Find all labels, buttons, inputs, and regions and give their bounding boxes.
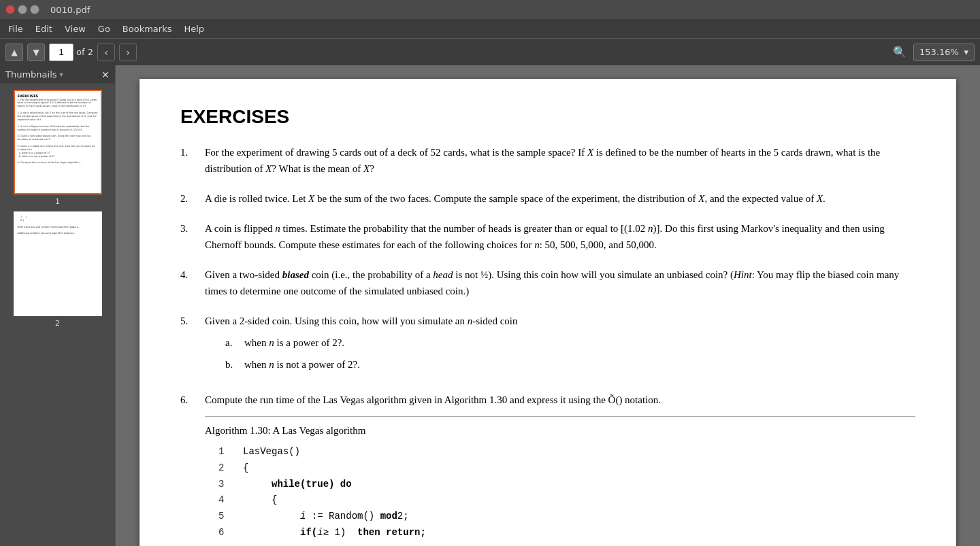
exercise-item-3: 3. A coin is flipped n times. Estimate t… — [180, 220, 915, 253]
algo-line-2: 2 { — [218, 460, 915, 477]
sub-label-5a: a. — [225, 335, 239, 351]
ex-text-6: Compute the run time of the Las Vegas al… — [205, 392, 915, 408]
sub-item-5a: a. when n is a power of 2?. — [225, 335, 915, 351]
algo-line-4: 4 { — [218, 492, 915, 509]
search-button[interactable]: 🔍 — [890, 43, 909, 62]
ex-content-1: For the experiment of drawing 5 cards ou… — [205, 144, 915, 177]
sidebar-dropdown-arrow[interactable]: ▾ — [60, 71, 63, 78]
exercise-item-5: 5. Given a 2-sided coin. Using this coin… — [180, 313, 915, 378]
algorithm-box: Algorithm 1.30: A Las Vegas algorithm 1 … — [205, 416, 915, 541]
menu-file[interactable]: File — [3, 22, 29, 35]
pdf-area[interactable]: EXERCISES 1. For the experiment of drawi… — [116, 65, 980, 546]
page-of-label: of 2 — [76, 47, 93, 57]
line-num-6: 6 — [218, 525, 232, 541]
sub-text-5b: when n is not a power of 2?. — [244, 356, 360, 373]
menubar: File Edit View Go Bookmarks Help — [0, 19, 980, 38]
titlebar-buttons — [5, 5, 39, 14]
thumbnail-2[interactable]: 7 } 8 } More exercises and content conti… — [14, 211, 102, 328]
sidebar-close-button[interactable]: ✕ — [101, 69, 110, 80]
window-title: 0010.pdf — [50, 5, 90, 15]
exercise-list: 1. For the experiment of drawing 5 cards… — [180, 144, 915, 541]
ex-text-1: For the experiment of drawing 5 cards ou… — [205, 144, 915, 177]
page-input-group: of 2 — [49, 44, 93, 61]
algorithm-title: Algorithm 1.30: A Las Vegas algorithm — [205, 422, 915, 439]
close-button[interactable] — [5, 5, 15, 14]
algo-line-3: 3 while(true) do — [218, 477, 915, 493]
exercise-item-6: 6. Compute the run time of the Las Vegas… — [180, 392, 915, 541]
ex-num-6: 6. — [180, 392, 197, 541]
line-num-4: 4 — [218, 492, 232, 509]
ex-num-4: 4. — [180, 267, 197, 299]
next-page-button[interactable]: › — [119, 44, 137, 61]
thumb-label-1: 1 — [55, 197, 60, 206]
line-num-5: 5 — [218, 509, 232, 525]
menu-help[interactable]: Help — [178, 22, 210, 35]
line-code-6: if(i≥ 1) then return; — [243, 525, 426, 541]
maximize-button[interactable] — [30, 5, 39, 14]
thumb-label-2: 2 — [55, 319, 60, 328]
line-num-2: 2 — [218, 460, 232, 477]
ex-text-4: Given a two-sided biased coin (i.e., the… — [205, 267, 915, 299]
algo-line-5: 5 i := Random() mod2; — [218, 509, 915, 525]
pdf-page: EXERCISES 1. For the experiment of drawi… — [140, 79, 956, 546]
thumb-inner-1: EXERCISES 1. For the experiment of drawi… — [15, 91, 101, 193]
exercise-item-4: 4. Given a two-sided biased coin (i.e., … — [180, 267, 915, 299]
sidebar-title-group: Thumbnails ▾ — [5, 69, 63, 80]
main-area: Thumbnails ▾ ✕ EXERCISES 1. For the expe… — [0, 65, 980, 546]
line-code-4: { — [243, 492, 277, 509]
ex-text-2: A die is rolled twice. Let X be the sum … — [205, 190, 915, 207]
zoom-level-label: 153.16% — [919, 47, 959, 57]
ex-content-5: Given a 2-sided coin. Using this coin, h… — [205, 313, 915, 378]
sub-label-5b: b. — [225, 356, 239, 373]
zoom-dropdown[interactable]: 153.16% ▾ — [913, 44, 975, 61]
line-code-5: i := Random() mod2; — [243, 509, 409, 525]
line-code-3: while(true) do — [243, 477, 352, 493]
sub-text-5a: when n is a power of 2?. — [244, 335, 344, 351]
ex-num-2: 2. — [180, 190, 197, 207]
thumbnail-1[interactable]: EXERCISES 1. For the experiment of drawi… — [14, 90, 102, 206]
menu-view[interactable]: View — [59, 22, 91, 35]
zoom-dropdown-arrow: ▾ — [964, 47, 968, 57]
sidebar-title: Thumbnails — [5, 69, 57, 80]
thumb-inner-2: 7 } 8 } More exercises and content conti… — [15, 213, 101, 315]
menu-edit[interactable]: Edit — [30, 22, 58, 35]
minimize-button[interactable] — [18, 5, 27, 14]
ex-text-3: A coin is flipped n times. Estimate the … — [205, 220, 915, 253]
line-code-2: { — [243, 460, 248, 477]
ex-content-6: Compute the run time of the Las Vegas al… — [205, 392, 915, 541]
sub-item-5b: b. when n is not a power of 2?. — [225, 356, 915, 373]
titlebar: 0010.pdf — [0, 0, 980, 19]
menu-bookmarks[interactable]: Bookmarks — [117, 22, 178, 35]
sidebar: Thumbnails ▾ ✕ EXERCISES 1. For the expe… — [0, 65, 116, 546]
exercise-item-2: 2. A die is rolled twice. Let X be the s… — [180, 190, 915, 207]
exercises-title: EXERCISES — [180, 106, 915, 128]
algorithm-code: 1 LasVegas() 2 { 3 while(true) do — [218, 444, 915, 541]
line-num-1: 1 — [218, 444, 232, 460]
thumbnails-container: EXERCISES 1. For the experiment of drawi… — [0, 84, 115, 546]
menu-go[interactable]: Go — [93, 22, 116, 35]
nav-up-button[interactable]: ▲ — [5, 44, 23, 61]
ex-text-5: Given a 2-sided coin. Using this coin, h… — [205, 313, 915, 329]
ex-content-3: A coin is flipped n times. Estimate the … — [205, 220, 915, 253]
page-number-input[interactable] — [49, 44, 74, 61]
prev-page-button[interactable]: ‹ — [97, 44, 115, 61]
thumb-frame-1: EXERCISES 1. For the experiment of drawi… — [14, 90, 102, 194]
thumb-frame-2: 7 } 8 } More exercises and content conti… — [14, 211, 102, 316]
ex-num-5: 5. — [180, 313, 197, 378]
ex-num-3: 3. — [180, 220, 197, 253]
algo-line-1: 1 LasVegas() — [218, 444, 915, 460]
toolbar: ▲ ▼ of 2 ‹ › 🔍 153.16% ▾ — [0, 38, 980, 65]
ex-num-1: 1. — [180, 144, 197, 177]
sidebar-header: Thumbnails ▾ ✕ — [0, 65, 115, 84]
ex-content-4: Given a two-sided biased coin (i.e., the… — [205, 267, 915, 299]
line-code-1: LasVegas() — [243, 444, 300, 460]
exercise-item-1: 1. For the experiment of drawing 5 cards… — [180, 144, 915, 177]
sub-list-5: a. when n is a power of 2?. b. when n is… — [225, 335, 915, 373]
nav-down-button[interactable]: ▼ — [27, 44, 45, 61]
line-num-3: 3 — [218, 477, 232, 493]
algo-line-6: 6 if(i≥ 1) then return; — [218, 525, 915, 541]
ex-content-2: A die is rolled twice. Let X be the sum … — [205, 190, 915, 207]
